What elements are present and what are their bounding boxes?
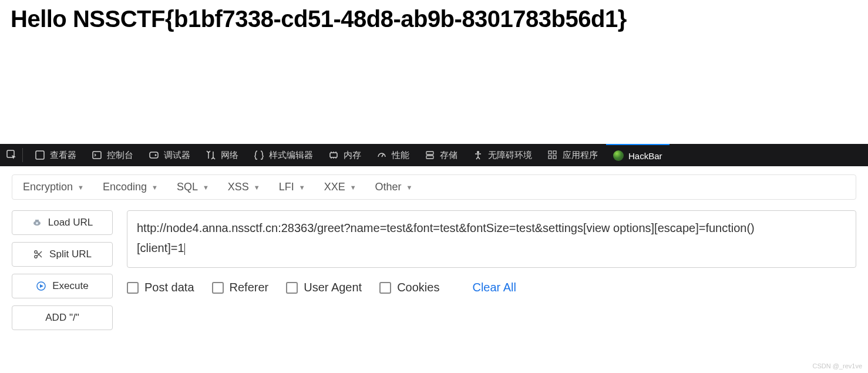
button-label: ADD "/" [45, 312, 79, 324]
execute-button[interactable]: Execute [12, 274, 113, 298]
caret-down-icon: ▼ [78, 184, 84, 191]
devtools-tab-bar: 查看器 控制台 调试器 网络 样式编辑器 内存 性能 [0, 144, 868, 166]
console-icon [92, 150, 102, 160]
tab-hackbar[interactable]: HackBar [606, 144, 669, 166]
svg-rect-10 [553, 151, 556, 154]
svg-rect-3 [150, 152, 158, 158]
tab-network[interactable]: 网络 [199, 144, 245, 166]
caret-down-icon: ▼ [254, 184, 260, 191]
url-input[interactable]: http://node4.anna.nssctf.cn:28363/greet?… [127, 210, 856, 268]
checkbox-label: User Agent [304, 281, 362, 294]
svg-rect-6 [426, 152, 433, 154]
tab-performance[interactable]: 性能 [369, 144, 416, 166]
menu-label: Encoding [103, 181, 147, 193]
menu-encoding[interactable]: Encoding▼ [103, 181, 158, 193]
checkbox-icon [286, 282, 298, 294]
menu-label: XSS [228, 181, 249, 193]
button-label: Load URL [48, 217, 93, 228]
checkbox-label: Referer [230, 281, 269, 294]
svg-rect-14 [35, 220, 39, 222]
checkbox-label: Post data [144, 281, 194, 294]
menu-other[interactable]: Other▼ [375, 181, 413, 193]
tab-style-editor[interactable]: 样式编辑器 [247, 144, 320, 166]
button-column: Load URL Split URL Execute ADD "/" [12, 210, 113, 330]
caret-down-icon: ▼ [203, 184, 209, 191]
menu-label: XXE [324, 181, 345, 193]
svg-rect-5 [330, 153, 337, 157]
page-content: Hello NSSCTF{b1bf7338-cd51-48d8-ab9b-830… [0, 0, 868, 38]
svg-rect-2 [93, 152, 101, 159]
menu-label: SQL [177, 181, 198, 193]
accessibility-icon [473, 150, 483, 160]
menu-sql[interactable]: SQL▼ [177, 181, 209, 193]
hackbar-panel: Encryption▼ Encoding▼ SQL▼ XSS▼ LFI▼ XXE… [0, 166, 868, 342]
main-row: Load URL Split URL Execute ADD "/" http:… [12, 210, 856, 330]
play-icon [36, 281, 46, 291]
tab-label: 控制台 [107, 150, 133, 161]
right-column: http://node4.anna.nssctf.cn:28363/greet?… [127, 210, 856, 330]
menu-xxe[interactable]: XXE▼ [324, 181, 356, 193]
tab-label: 内存 [344, 150, 361, 161]
checkbox-label: Cookies [397, 281, 439, 294]
menu-label: Encryption [23, 181, 73, 193]
url-line-2: [client]=1 [137, 241, 184, 254]
url-line-1: http://node4.anna.nssctf.cn:28363/greet?… [137, 221, 755, 234]
text-cursor [184, 243, 185, 255]
svg-rect-9 [549, 151, 551, 154]
scissors-icon [33, 249, 43, 260]
checkbox-icon [127, 282, 139, 294]
tab-memory[interactable]: 内存 [321, 144, 368, 166]
storage-icon [425, 150, 435, 160]
tab-label: 样式编辑器 [269, 150, 313, 161]
menu-xss[interactable]: XSS▼ [228, 181, 260, 193]
svg-rect-11 [549, 156, 551, 159]
load-url-icon [32, 217, 42, 228]
element-picker-icon[interactable] [6, 149, 18, 161]
tab-console[interactable]: 控制台 [85, 144, 140, 166]
tab-label: 存储 [440, 150, 457, 161]
tab-label: 网络 [221, 150, 238, 161]
tab-label: 调试器 [164, 150, 190, 161]
tab-inspector[interactable]: 查看器 [28, 144, 83, 166]
svg-point-8 [477, 151, 479, 153]
inspector-icon [35, 150, 45, 160]
tab-debugger[interactable]: 调试器 [142, 144, 197, 166]
hackbar-icon [613, 150, 624, 161]
svg-point-15 [36, 222, 38, 224]
menu-encryption[interactable]: Encryption▼ [23, 181, 84, 193]
tab-label: HackBar [628, 151, 662, 161]
network-icon [206, 150, 216, 160]
caret-down-icon: ▼ [350, 184, 356, 191]
add-slash-button[interactable]: ADD "/" [12, 305, 113, 330]
caret-down-icon: ▼ [152, 184, 158, 191]
application-icon [547, 150, 558, 160]
split-url-button[interactable]: Split URL [12, 242, 113, 267]
debugger-icon [149, 150, 159, 160]
checkbox-icon [212, 282, 224, 294]
svg-rect-12 [553, 156, 556, 159]
load-url-button[interactable]: Load URL [12, 210, 113, 235]
menu-lfi[interactable]: LFI▼ [279, 181, 305, 193]
caret-down-icon: ▼ [299, 184, 305, 191]
style-editor-icon [254, 150, 264, 160]
watermark: CSDN @_rev1ve [812, 362, 862, 369]
menu-label: LFI [279, 181, 294, 193]
tab-label: 查看器 [50, 150, 76, 161]
tab-label: 应用程序 [563, 150, 598, 161]
referer-checkbox[interactable]: Referer [212, 281, 269, 294]
post-data-checkbox[interactable]: Post data [127, 281, 194, 294]
tab-accessibility[interactable]: 无障碍环境 [466, 144, 539, 166]
tab-application[interactable]: 应用程序 [540, 144, 605, 166]
menu-row: Encryption▼ Encoding▼ SQL▼ XSS▼ LFI▼ XXE… [12, 174, 856, 200]
cookies-checkbox[interactable]: Cookies [379, 281, 439, 294]
checkbox-icon [379, 282, 391, 294]
options-row: Post data Referer User Agent Cookies Cle… [127, 281, 856, 294]
tab-storage[interactable]: 存储 [418, 144, 465, 166]
user-agent-checkbox[interactable]: User Agent [286, 281, 362, 294]
button-label: Split URL [49, 248, 92, 260]
clear-all-link[interactable]: Clear All [472, 281, 516, 294]
button-label: Execute [52, 280, 88, 292]
memory-icon [328, 150, 339, 160]
menu-label: Other [375, 181, 402, 193]
tab-label: 性能 [392, 150, 409, 161]
